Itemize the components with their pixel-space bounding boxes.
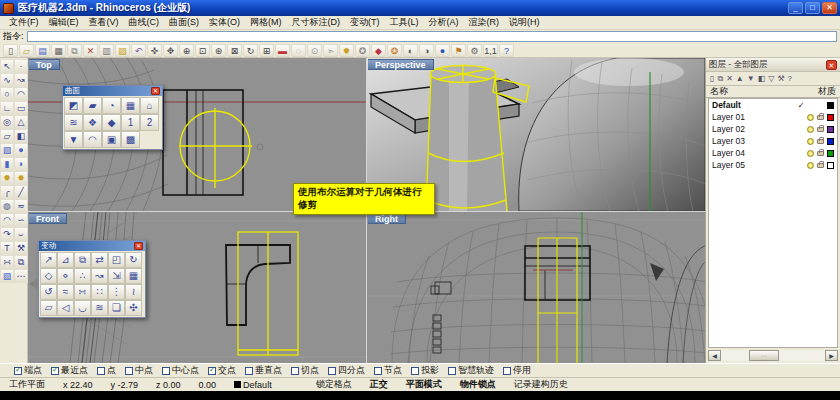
surface-toolbar-close-icon[interactable]: ✕ xyxy=(151,87,160,95)
srf-2rail-icon[interactable]: 2 xyxy=(140,114,159,131)
layer-row[interactable]: Layer 03 xyxy=(709,135,837,147)
paste-icon[interactable]: ▨ xyxy=(115,44,130,57)
array-polar-tool-icon[interactable]: ↺ xyxy=(40,284,57,300)
status-cell[interactable]: 物件锁点 xyxy=(451,378,505,391)
layer-lock-icon[interactable] xyxy=(817,139,824,144)
render-preview-icon[interactable]: ❂ xyxy=(387,44,402,57)
rotate2d-tool-icon[interactable]: ⊿ xyxy=(57,252,74,268)
twist-tool-icon[interactable]: ≋ xyxy=(91,300,108,316)
mesh-box-tool-icon[interactable]: ▧ xyxy=(0,269,14,283)
curve-tool-icon[interactable]: ∿ xyxy=(0,73,14,87)
srf-plane-icon[interactable]: ▰ xyxy=(83,97,102,114)
delete-icon[interactable]: ✕ xyxy=(83,44,98,57)
viewport-front-label[interactable]: Front xyxy=(29,213,67,224)
orient-surface-tool-icon[interactable]: ⇲ xyxy=(108,268,125,284)
flow-surface-tool-icon[interactable]: ❏ xyxy=(108,300,125,316)
text-tool-icon[interactable]: T xyxy=(0,241,14,255)
osnap-item[interactable]: 交点 xyxy=(208,364,236,377)
status-cell[interactable]: 工作平面 xyxy=(0,378,54,391)
osnap-item[interactable]: 中心点 xyxy=(162,364,199,377)
curve-blend-tool-icon[interactable]: ∽ xyxy=(14,213,28,227)
menu-analyze[interactable]: 分析(A) xyxy=(424,16,464,29)
camera-icon[interactable]: ⊙ xyxy=(307,44,322,57)
close-button[interactable]: ✕ xyxy=(822,2,837,14)
status-cell[interactable]: y -2.79 xyxy=(102,380,148,390)
layer-row[interactable]: Layer 04 xyxy=(709,147,837,159)
osnap-item[interactable]: 端点 xyxy=(14,364,42,377)
settings-wrench-icon[interactable]: ⚒ xyxy=(777,74,784,83)
osnap-item[interactable]: 中点 xyxy=(125,364,153,377)
help-icon[interactable]: ? xyxy=(499,44,514,57)
osnap-item[interactable]: 最近点 xyxy=(51,364,88,377)
rotate-tool-icon[interactable]: ↷ xyxy=(0,227,14,241)
layer-row[interactable]: Layer 05 xyxy=(709,159,837,171)
rendered-view-icon[interactable]: ● xyxy=(435,44,450,57)
menu-render[interactable]: 渲染(R) xyxy=(464,16,505,29)
chamfer-tool-icon[interactable]: ╱ xyxy=(14,185,28,199)
orient-curve-tool-icon[interactable]: ≈ xyxy=(57,284,74,300)
cylinder-tool-icon[interactable]: ▮ xyxy=(0,157,14,171)
osnap-checkbox[interactable] xyxy=(97,367,105,375)
viewport-top-label[interactable]: Top xyxy=(29,59,60,70)
srf-drape-icon[interactable]: ◆ xyxy=(102,114,121,131)
layer-color-swatch[interactable] xyxy=(827,126,834,133)
layer-lock-icon[interactable] xyxy=(817,127,824,132)
boolean-difference-tool-icon[interactable]: ✸ xyxy=(14,171,28,185)
srf-sweep1-icon[interactable]: ≋ xyxy=(64,114,83,131)
scale1d-tool-icon[interactable]: ∴ xyxy=(74,268,91,284)
menu-surface[interactable]: 曲面(S) xyxy=(164,16,204,29)
status-cell[interactable]: 0.00 xyxy=(190,380,226,390)
bend-tool-icon[interactable]: ◡ xyxy=(74,300,91,316)
layer-visibility-bulb-icon[interactable] xyxy=(807,162,814,169)
rectangle-tool-icon[interactable]: ▭ xyxy=(14,101,28,115)
osnap-checkbox[interactable] xyxy=(14,367,22,375)
maximize-button[interactable]: □ xyxy=(805,2,820,14)
scroll-left-icon[interactable]: ◀ xyxy=(708,350,721,361)
menu-curve[interactable]: 曲线(C) xyxy=(124,16,165,29)
options-gears-icon[interactable]: ⚙ xyxy=(467,44,482,57)
osnap-checkbox[interactable] xyxy=(162,367,170,375)
menu-solid[interactable]: 实体(O) xyxy=(204,16,245,29)
move-layer-down-icon[interactable]: ▼ xyxy=(747,74,755,83)
menu-view[interactable]: 查看(V) xyxy=(84,16,124,29)
osnap-checkbox[interactable] xyxy=(208,367,216,375)
box-tool-icon[interactable]: ▧ xyxy=(0,143,14,157)
osnap-checkbox[interactable] xyxy=(503,367,511,375)
viewport-perspective-label[interactable]: Perspective xyxy=(368,59,434,70)
layer-visibility-bulb-icon[interactable] xyxy=(807,126,814,133)
osnap-checkbox[interactable] xyxy=(51,367,59,375)
srf-picture-frame-icon[interactable]: ▣ xyxy=(102,131,121,148)
flag-icon[interactable]: ⚑ xyxy=(451,44,466,57)
copy-layer-icon[interactable]: ⧉ xyxy=(717,74,723,84)
layer-row[interactable]: Default ✓ xyxy=(709,99,837,111)
viewport-right-label[interactable]: Right xyxy=(368,213,406,224)
menu-file[interactable]: 文件(F) xyxy=(4,16,44,29)
status-cell[interactable]: 记录建构历史 xyxy=(505,378,577,391)
status-cell[interactable]: 锁定格点 xyxy=(281,378,361,391)
more-tools-icon[interactable]: ⋯ xyxy=(14,269,28,283)
status-cell[interactable]: z 0.00 xyxy=(147,380,190,390)
print-icon[interactable]: ▦ xyxy=(51,44,66,57)
scale-tool-icon[interactable]: ◇ xyxy=(40,268,57,284)
osnap-checkbox[interactable] xyxy=(245,367,253,375)
control-curve-tool-icon[interactable]: ↝ xyxy=(14,73,28,87)
layers-panel-close-icon[interactable]: ✕ xyxy=(826,60,837,70)
osnap-item[interactable]: 智慧轨迹 xyxy=(448,364,494,377)
move-icon[interactable]: ✥ xyxy=(163,44,178,57)
layer-color-swatch[interactable] xyxy=(827,162,834,169)
mirror2-tool-icon[interactable]: ⇄ xyxy=(91,252,108,268)
srf-rail-revolve-icon[interactable]: ▼ xyxy=(64,131,83,148)
status-cell[interactable]: 平面模式 xyxy=(397,378,451,391)
polyline-tool-icon[interactable]: ∟ xyxy=(0,101,14,115)
transform-toolbar-close-icon[interactable]: ✕ xyxy=(134,242,143,250)
array-tool-icon[interactable]: ∺ xyxy=(0,255,14,269)
export-icon[interactable]: ⧉ xyxy=(67,44,82,57)
osnap-checkbox[interactable] xyxy=(374,367,382,375)
tube-tool-icon[interactable]: ◗ xyxy=(14,157,28,171)
undo-icon[interactable]: ↶ xyxy=(131,44,146,57)
srf-loft-icon[interactable]: ▦ xyxy=(121,97,140,114)
layer-color-swatch[interactable] xyxy=(827,102,834,109)
status-cell[interactable]: 正交 xyxy=(361,378,397,391)
array-linear-tool-icon[interactable]: ⋮ xyxy=(108,284,125,300)
status-cell[interactable]: x 22.40 xyxy=(54,380,102,390)
